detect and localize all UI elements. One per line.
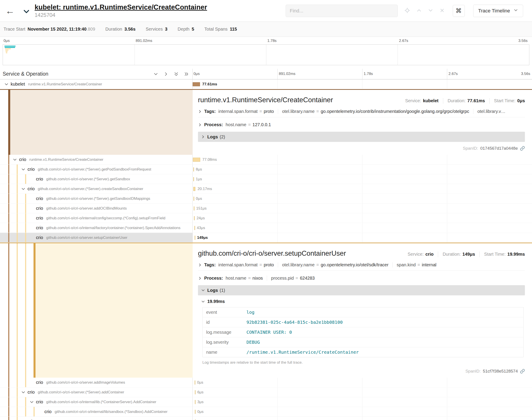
log-entry-header[interactable]: 19.99ms (201, 299, 525, 304)
span-row[interactable]: criogithub.com/cri-o/cri-o/internal/conf… (0, 213, 532, 223)
span-timeline-cell[interactable]: 0μs (193, 407, 532, 417)
span-row[interactable]: criogithub.com/cri-o/cri-o/server.(*Serv… (0, 417, 532, 420)
span-service: crio (44, 409, 51, 414)
prev-match-icon[interactable] (416, 8, 422, 14)
span-row[interactable]: criogithub.com/cri-o/cri-o/internal/lib/… (0, 407, 532, 417)
span-name-cell[interactable]: criogithub.com/cri-o/cri-o/server.(*Serv… (0, 184, 193, 194)
back-button[interactable]: ← (5, 6, 17, 15)
expand-chevron-icon[interactable] (198, 109, 202, 114)
logs-header[interactable]: Logs(1) (198, 285, 525, 295)
expand-chevron-icon[interactable] (198, 276, 202, 280)
span-bar[interactable] (194, 226, 195, 230)
expand-chevron-icon[interactable] (19, 187, 27, 191)
span-name-cell[interactable]: criogithub.com/cri-o/cri-o/server.addOCI… (0, 204, 193, 213)
span-bar[interactable] (194, 207, 194, 210)
logs-header[interactable]: Logs(2) (198, 132, 525, 142)
span-timeline-cell[interactable]: 6μs (193, 387, 532, 397)
span-name-cell[interactable]: criogithub.com/cri-o/cri-o/server.(*Serv… (0, 417, 193, 420)
expand-chevron-icon[interactable] (19, 167, 27, 172)
span-name-cell[interactable]: criogithub.com/cri-o/cri-o/server.(*Serv… (0, 165, 193, 174)
trace-view-selector[interactable]: Trace Timeline (473, 5, 523, 17)
collapse-all-icon[interactable] (174, 72, 179, 76)
expand-chevron-icon[interactable] (3, 82, 10, 87)
span-operation: github.com/cri-o/cri-o/server.(*Server).… (46, 177, 130, 181)
span-timeline-cell[interactable]: 1μs (193, 174, 532, 184)
span-name-cell[interactable]: criogithub.com/cri-o/cri-o/internal/conf… (0, 213, 193, 223)
span-name-cell[interactable]: criogithub.com/cri-o/cri-o/server.addIma… (0, 378, 193, 387)
span-timeline-cell[interactable]: 0μs (193, 194, 532, 204)
span-bar[interactable] (193, 158, 200, 162)
span-name-cell[interactable]: criogithub.com/cri-o/cri-o/server.setupC… (0, 233, 193, 243)
span-bar[interactable] (194, 216, 195, 220)
span-bar[interactable] (193, 167, 194, 171)
span-name-cell[interactable]: criogithub.com/cri-o/cri-o/server.(*Serv… (0, 174, 193, 184)
tree-indent-guide (17, 184, 18, 194)
tags-row: Tags:internal.span.format=protootel.libr… (198, 262, 525, 271)
collapse-one-icon[interactable] (153, 72, 158, 76)
expand-chevron-icon[interactable] (198, 123, 202, 127)
span-timeline-cell[interactable]: 149μs (193, 233, 532, 243)
find-input[interactable] (286, 5, 398, 17)
chevron-down-icon (514, 8, 518, 14)
span-row[interactable]: criogithub.com/cri-o/cri-o/server.addIma… (0, 378, 532, 387)
link-icon[interactable] (520, 146, 525, 151)
span-timeline-cell[interactable]: 0μs (193, 378, 532, 387)
span-bar[interactable] (193, 177, 194, 181)
collapse-trace-header-icon[interactable] (23, 8, 30, 15)
span-row[interactable]: criogithub.com/cri-o/cri-o/server.(*Serv… (0, 387, 532, 397)
locate-icon[interactable] (404, 8, 410, 14)
span-row[interactable]: criogithub.com/cri-o/cri-o/internal/fact… (0, 223, 532, 233)
span-row[interactable]: criogithub.com/cri-o/cri-o/server.(*Serv… (0, 165, 532, 174)
minimap-canvas[interactable] (3, 44, 529, 65)
span-row[interactable]: criogithub.com/cri-o/cri-o/server.setupC… (0, 233, 532, 243)
span-bar[interactable] (193, 82, 200, 86)
span-bar[interactable] (195, 380, 195, 385)
span-bar[interactable] (194, 197, 194, 201)
keyboard-shortcuts-button[interactable]: ⌘ (453, 5, 465, 17)
span-name-cell[interactable]: criogithub.com/cri-o/cri-o/server.(*Serv… (0, 194, 193, 204)
link-icon[interactable] (520, 369, 525, 374)
expand-chevron-icon[interactable] (198, 263, 202, 267)
span-row[interactable]: kubeletruntime.v1.RuntimeService/CreateC… (0, 79, 532, 89)
span-name-cell[interactable]: kubeletruntime.v1.RuntimeService/CreateC… (0, 79, 193, 89)
span-name-cell[interactable]: criogithub.com/cri-o/cri-o/internal/lib.… (0, 397, 193, 407)
meta-item: Start Time:0μs (494, 98, 525, 103)
span-row[interactable]: criogithub.com/cri-o/cri-o/server.(*Serv… (0, 194, 532, 204)
detail-accent-bar (8, 90, 10, 155)
span-name-cell[interactable]: criogithub.com/cri-o/cri-o/server.(*Serv… (0, 387, 193, 397)
span-name-cell[interactable]: criogithub.com/cri-o/cri-o/internal/fact… (0, 223, 193, 233)
tree-indent-guide (25, 194, 26, 203)
span-timeline-cell[interactable]: 77.08ms (193, 155, 532, 165)
span-timeline-cell[interactable]: 24μs (193, 213, 532, 223)
span-timeline-cell[interactable]: 0μs (193, 417, 532, 420)
expand-chevron-icon[interactable] (19, 390, 27, 394)
detail-fill (35, 243, 193, 378)
span-row[interactable]: crioruntime.v1.RuntimeService/CreateCont… (0, 155, 532, 165)
span-row[interactable]: criogithub.com/cri-o/cri-o/server.(*Serv… (0, 184, 532, 194)
span-bar[interactable] (193, 187, 195, 191)
span-row[interactable]: criogithub.com/cri-o/cri-o/internal/lib.… (0, 397, 532, 407)
next-match-icon[interactable] (428, 8, 433, 14)
span-timeline-cell[interactable]: 151μs (193, 204, 532, 213)
span-bar[interactable] (195, 410, 196, 414)
span-timeline-cell[interactable]: 43μs (193, 223, 532, 233)
expand-chevron-icon[interactable] (28, 400, 35, 404)
span-timeline-cell[interactable]: 20.17ms (193, 184, 532, 194)
span-bar[interactable] (195, 390, 196, 394)
span-bar[interactable] (195, 400, 196, 404)
span-name-cell[interactable]: criogithub.com/cri-o/cri-o/internal/lib/… (0, 407, 193, 417)
span-name-cell[interactable]: crioruntime.v1.RuntimeService/CreateCont… (0, 155, 193, 165)
expand-one-icon[interactable] (164, 72, 169, 76)
expand-chevron-icon[interactable] (11, 157, 19, 162)
tree-indent-guide (17, 194, 18, 203)
trace-title-link[interactable]: kubelet: runtime.v1.RuntimeService/Creat… (35, 3, 207, 11)
span-row[interactable]: criogithub.com/cri-o/cri-o/server.(*Serv… (0, 174, 532, 184)
span-timeline-cell[interactable]: 3μs (193, 397, 532, 407)
tree-indent-guide (8, 194, 9, 203)
span-bar[interactable] (195, 236, 195, 240)
clear-find-icon[interactable] (439, 8, 445, 14)
span-row[interactable]: criogithub.com/cri-o/cri-o/server.addOCI… (0, 204, 532, 213)
span-timeline-cell[interactable]: 8μs (193, 165, 532, 174)
expand-all-icon[interactable] (184, 72, 189, 76)
span-timeline-cell[interactable]: 77.61ms (193, 79, 532, 89)
